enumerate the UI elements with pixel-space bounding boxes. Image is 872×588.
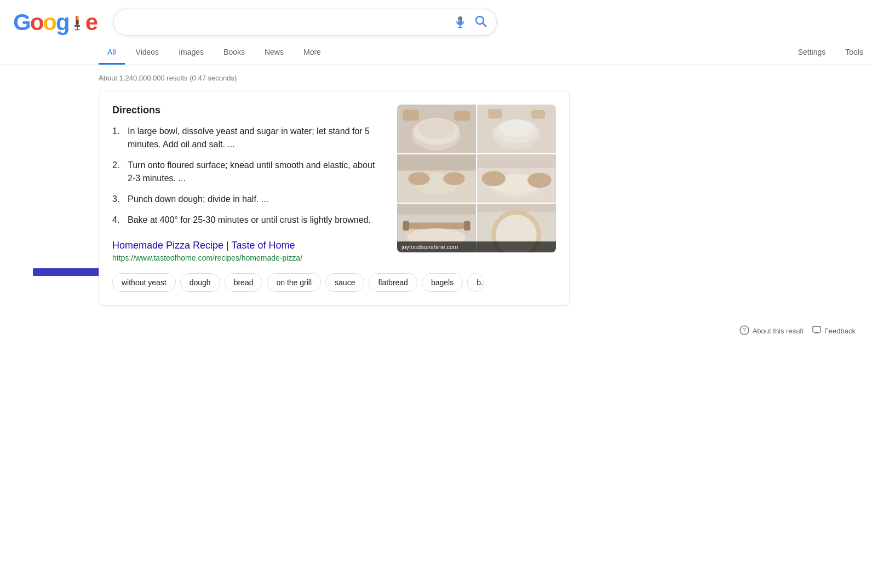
svg-rect-3 — [74, 29, 79, 30]
svg-rect-4 — [76, 16, 77, 20]
tab-tools[interactable]: Tools — [836, 41, 872, 65]
snippet-images[interactable]: joyfoodsunshine.com — [397, 105, 556, 262]
svg-point-24 — [415, 173, 458, 194]
svg-point-17 — [492, 119, 541, 149]
search-icon[interactable] — [474, 15, 487, 30]
tab-all[interactable]: All — [99, 41, 125, 65]
tab-books[interactable]: Books — [215, 41, 254, 65]
svg-rect-36 — [403, 221, 409, 231]
search-bar-icons — [454, 15, 487, 30]
recipe-image-4 — [477, 154, 556, 203]
tab-images[interactable]: Images — [170, 41, 213, 65]
logo-letter-o2: o — [43, 9, 56, 36]
tab-more[interactable]: More — [295, 41, 330, 65]
svg-rect-5 — [77, 16, 79, 20]
svg-text:?: ? — [743, 327, 746, 333]
pill-bread[interactable]: bread — [225, 273, 263, 292]
svg-point-29 — [489, 174, 543, 197]
search-input[interactable]: how to make pizza — [123, 16, 447, 28]
svg-point-18 — [495, 120, 538, 143]
source-link[interactable]: Homemade Pizza Recipe | Taste of Home ht… — [112, 240, 384, 262]
about-result-text: About this result — [753, 327, 804, 335]
tab-videos[interactable]: Videos — [127, 41, 168, 65]
direction-step-3: 3. Punch down dough; divide in half. ... — [112, 193, 384, 206]
pill-on-the-grill[interactable]: on the grill — [267, 273, 321, 292]
svg-line-9 — [483, 24, 486, 27]
svg-rect-15 — [454, 111, 471, 121]
svg-point-26 — [443, 172, 464, 185]
svg-rect-28 — [478, 168, 556, 203]
nav-tabs: All Videos Images Books News More Settin… — [0, 41, 872, 65]
direction-step-4: 4. Bake at 400° for 25-30 minutes or unt… — [112, 214, 384, 227]
arrow-shape — [33, 268, 110, 276]
svg-point-19 — [499, 120, 533, 137]
logo-letter-o1: o — [30, 9, 43, 36]
svg-point-25 — [408, 172, 429, 185]
header: G o o g e how to make pizza — [0, 0, 872, 36]
svg-rect-21 — [531, 110, 545, 119]
svg-rect-27 — [478, 154, 556, 203]
images-grid: joyfoodsunshine.com — [397, 105, 556, 252]
pill-dough[interactable]: dough — [180, 273, 220, 292]
results-count: About 1,240,000,000 results (0.47 second… — [0, 65, 872, 91]
tab-news[interactable]: News — [256, 41, 292, 65]
page-footer: ? About this result Feedback — [0, 316, 872, 345]
google-logo[interactable]: G o o g e — [13, 9, 97, 36]
svg-rect-35 — [408, 223, 464, 229]
svg-rect-46 — [813, 326, 821, 332]
svg-rect-37 — [464, 221, 471, 231]
logo-letter-g2: g — [56, 9, 69, 36]
image-attribution: joyfoodsunshine.com — [397, 241, 556, 252]
svg-rect-10 — [398, 105, 476, 153]
pill-partial[interactable]: b... — [467, 273, 484, 292]
search-bar[interactable]: how to make pizza — [113, 9, 497, 36]
recipe-image-3 — [397, 154, 476, 203]
feedback-icon — [812, 326, 821, 336]
direction-step-1: 1. In large bowl, dissolve yeast and sug… — [112, 125, 384, 151]
svg-rect-22 — [398, 154, 476, 203]
svg-rect-23 — [398, 170, 476, 203]
arrow-annotation — [33, 268, 110, 276]
svg-point-13 — [417, 119, 455, 139]
svg-point-12 — [414, 118, 459, 145]
svg-point-30 — [492, 174, 541, 193]
svg-rect-16 — [478, 105, 556, 153]
svg-rect-14 — [403, 110, 419, 121]
related-pills: without yeast dough bread on the grill s… — [112, 273, 556, 292]
snippet-title: Directions — [112, 105, 384, 116]
svg-rect-20 — [488, 109, 502, 119]
logo-mic-icon — [70, 12, 85, 33]
tab-settings[interactable]: Settings — [789, 41, 835, 65]
direction-step-2: 2. Turn onto floured surface; knead unti… — [112, 159, 384, 185]
recipe-image-1 — [397, 105, 476, 153]
voice-search-icon[interactable] — [454, 16, 467, 29]
source-url: https://www.tasteofhome.com/recipes/home… — [112, 253, 384, 262]
svg-point-32 — [527, 172, 551, 188]
svg-rect-1 — [74, 25, 80, 27]
pill-flatbread[interactable]: flatbread — [369, 273, 417, 292]
about-this-result[interactable]: ? About this result — [739, 325, 804, 337]
logo-letter-e: e — [85, 9, 97, 36]
pill-without-yeast[interactable]: without yeast — [112, 273, 176, 292]
featured-snippet: Directions 1. In large bowl, dissolve ye… — [99, 91, 570, 305]
directions-list: 1. In large bowl, dissolve yeast and sug… — [112, 125, 384, 227]
feedback-text: Feedback — [824, 327, 856, 335]
question-circle-icon: ? — [739, 325, 749, 337]
source-title-link[interactable]: Homemade Pizza Recipe | Taste of Home — [112, 240, 295, 251]
snippet-text: Directions 1. In large bowl, dissolve ye… — [112, 105, 384, 262]
svg-point-31 — [481, 171, 505, 186]
feedback-button[interactable]: Feedback — [812, 326, 856, 336]
logo-letter-g: G — [13, 9, 30, 36]
pill-bagels[interactable]: bagels — [422, 273, 463, 292]
recipe-image-2 — [477, 105, 556, 153]
pill-sauce[interactable]: sauce — [325, 273, 364, 292]
svg-point-11 — [412, 118, 461, 151]
